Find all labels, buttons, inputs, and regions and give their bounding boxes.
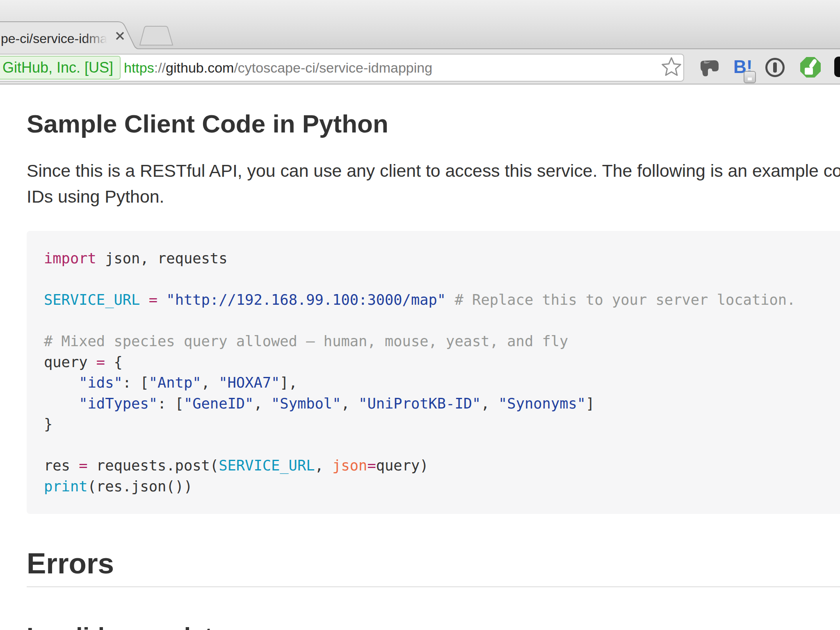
page-title: Sample Client Code in Python [27, 109, 388, 138]
hatena-badge-box [744, 71, 756, 83]
url-text[interactable]: https://github.com/cytoscape-ci/service-… [124, 54, 432, 82]
code-token: : [ [123, 374, 149, 391]
code-token: "http://192.168.99.100:3000/map" [166, 291, 446, 308]
code-token [140, 291, 148, 308]
url-separator: :// [154, 60, 166, 75]
code-token: "HOXA7" [219, 374, 280, 391]
menu-extension-icon[interactable] [834, 57, 840, 77]
code-token: = [79, 457, 87, 474]
code-token: import [44, 250, 96, 267]
code-token: query [44, 354, 96, 370]
code-token: SERVICE_URL [44, 291, 140, 308]
code-token: ], [280, 374, 297, 391]
code-line: # Mixed species query allowed — human, m… [44, 331, 840, 352]
partial-heading: Invalid gene data [27, 622, 226, 630]
code-token: # Replace this to your server location. [454, 291, 795, 308]
code-token [44, 395, 79, 412]
code-token: res [44, 457, 79, 474]
url-host: github.com [166, 60, 234, 75]
code-token: print [44, 478, 88, 495]
url-scheme: https [124, 60, 154, 75]
code-token: = [149, 291, 158, 308]
code-token: SERVICE_URL [219, 457, 315, 474]
code-line [44, 310, 840, 331]
code-line: query = { [44, 352, 840, 373]
code-token: "ids" [79, 374, 123, 391]
onepassword-keyhole [773, 62, 777, 73]
tab-title-fade [84, 25, 115, 48]
code-token: , [253, 395, 271, 412]
code-line: SERVICE_URL = "http://192.168.99.100:300… [44, 290, 840, 310]
code-token: , [481, 395, 498, 412]
code-line: print(res.json()) [44, 476, 840, 497]
ev-certificate-badge[interactable]: GitHub, Inc. [US] [0, 56, 121, 80]
code-token: , [315, 457, 333, 474]
code-line: } [44, 414, 840, 435]
code-token: "idTypes" [79, 395, 158, 412]
thumbsup-fist [805, 68, 813, 75]
code-token: "UniProtKB-ID" [358, 395, 481, 412]
section-divider [27, 586, 840, 587]
code-token: { [105, 354, 123, 370]
code-line [44, 269, 840, 290]
code-token: "GeneID" [184, 395, 253, 412]
new-tab-button[interactable] [140, 26, 173, 45]
hatena-badge-dot [748, 78, 752, 80]
errors-heading: Errors [27, 547, 114, 580]
code-token: , [201, 374, 219, 391]
code-token: (res.json()) [88, 478, 193, 495]
paragraph-line1: Since this is a RESTful API, you can use… [27, 161, 840, 181]
code-block: import json, requests SERVICE_URL = "htt… [27, 231, 840, 514]
code-token [446, 291, 454, 308]
evernote-elephant [701, 60, 719, 76]
code-token: = [367, 457, 376, 474]
code-line: "ids": ["Antp", "HOXA7"], [44, 372, 840, 393]
code-token: : [ [158, 395, 184, 412]
code-token: "Antp" [149, 374, 201, 391]
code-token: "Synonyms" [498, 395, 586, 412]
code-token: query) [376, 457, 429, 474]
code-token: json [332, 457, 367, 474]
code-token: # Mixed species query allowed — human, m… [44, 333, 568, 349]
code-token: requests.post( [88, 457, 219, 474]
code-token: json, requests [96, 250, 228, 267]
code-line [44, 435, 840, 456]
code-token: "Symbol" [271, 395, 341, 412]
code-token: = [96, 354, 105, 370]
code-token: ] [586, 395, 594, 412]
tab-shapes [0, 0, 840, 50]
code-line: import json, requests [44, 248, 840, 269]
code-token: } [44, 415, 52, 432]
code-token [44, 374, 79, 391]
bookmark-star-icon[interactable] [660, 56, 683, 79]
code-token: , [341, 395, 358, 412]
url-path: /cytoscape-ci/service-idmapping [234, 60, 432, 75]
evernote-extension-icon[interactable] [698, 59, 719, 76]
code-token [158, 291, 166, 308]
paragraph-line2: IDs using Python. [27, 187, 164, 207]
code-line: res = requests.post(SERVICE_URL, json=qu… [44, 455, 840, 476]
code-line: "idTypes": ["GeneID", "Symbol", "UniProt… [44, 393, 840, 414]
